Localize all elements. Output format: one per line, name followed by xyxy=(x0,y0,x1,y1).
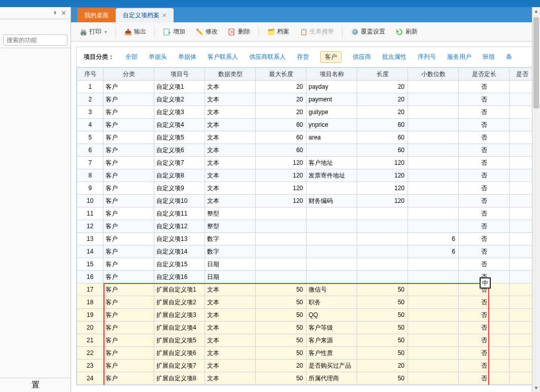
cell-max-length xyxy=(256,245,307,258)
vertical-scrollbar[interactable]: ▲ ▼ xyxy=(532,7,540,392)
tab-custom-items[interactable]: 自定义项档案 × xyxy=(116,8,174,22)
table-row[interactable]: 24客户扩展自定义项8文本50所属代理商50否 xyxy=(77,372,535,385)
archive-button[interactable]: 🗂️档案 xyxy=(263,25,293,39)
table-row[interactable]: 3客户自定义项3文本20guitype20否 xyxy=(77,106,535,119)
delete-button[interactable]: 删除 xyxy=(224,25,254,39)
cell-length: 20 xyxy=(357,360,408,372)
edit-button[interactable]: ✏️修改 xyxy=(191,25,222,39)
col-fixed-length[interactable]: 是否定长 xyxy=(459,68,510,81)
table-row[interactable]: 2客户自定义项2文本20payment20否 xyxy=(77,93,535,106)
refresh-button[interactable]: 刷新 xyxy=(391,25,422,39)
cell-item-no: 自定义项7 xyxy=(154,157,205,169)
cell-data-type: 日期 xyxy=(205,258,256,271)
table-row[interactable]: 12客户自定义项12整型否 xyxy=(77,220,535,233)
cell-category: 客户 xyxy=(104,220,154,233)
cell-fixed: 否 xyxy=(459,131,510,144)
cell-decimal xyxy=(408,322,459,334)
cell-decimal xyxy=(408,296,459,309)
cell-item-no: 扩展自定义项1 xyxy=(154,283,205,296)
cell-last xyxy=(510,360,535,372)
table-row[interactable]: 18客户扩展自定义项2文本50职务50否 xyxy=(77,296,535,309)
col-last[interactable]: 是否 xyxy=(510,68,535,81)
scroll-thumb[interactable] xyxy=(533,17,539,109)
table-row[interactable]: 6客户自定义项6文本6060否 xyxy=(77,144,535,157)
col-seq[interactable]: 序号 xyxy=(77,68,104,81)
table-row[interactable]: 1客户自定义项1文本20payday20否 xyxy=(77,81,535,93)
cell-item-no: 自定义项10 xyxy=(154,195,205,207)
table-row[interactable]: 11客户自定义项11整型否 xyxy=(77,207,535,220)
cell-max-length: 50 xyxy=(256,334,307,347)
col-length[interactable]: 长度 xyxy=(357,68,408,81)
table-row[interactable]: 17客户扩展自定义项1文本50微信号50否 xyxy=(77,283,535,296)
scroll-up-icon[interactable]: ▲ xyxy=(532,7,540,15)
printer-icon: 🖨️ xyxy=(79,28,87,36)
filter-team[interactable]: 班组 xyxy=(483,53,495,61)
table-row[interactable]: 7客户自定义项7文本120客户地址120否 xyxy=(77,157,535,169)
cell-data-type: 文本 xyxy=(205,119,256,131)
col-decimal[interactable]: 小数位数 xyxy=(408,68,459,81)
add-button[interactable]: +增加 xyxy=(159,25,189,39)
cell-fixed: 否 xyxy=(459,233,510,245)
col-category[interactable]: 分类 xyxy=(104,68,154,81)
table-row[interactable]: 8客户自定义项8文本120发票寄件地址120否 xyxy=(77,169,535,182)
cell-length: 120 xyxy=(357,157,408,169)
content-area: 我的桌面 自定义项档案 × 🖨️打印▾ 📤输出 +增加 ✏️修改 删除 🗂️档案… xyxy=(71,7,540,392)
filter-service-user[interactable]: 服务用户 xyxy=(447,53,471,61)
table-row[interactable]: 23客户扩展自定义项7文本20是否购买过产品20否 xyxy=(77,360,535,372)
cell-item-no: 自定义项1 xyxy=(154,81,205,93)
filter-supplier[interactable]: 供应商 xyxy=(353,53,371,61)
tab-label: 自定义项档案 xyxy=(123,11,159,20)
pin-icon[interactable] xyxy=(52,9,58,18)
cell-max-length: 20 xyxy=(256,93,307,106)
cell-item-name: QQ xyxy=(307,309,357,322)
table-row[interactable]: 13客户自定义项13数字6否 xyxy=(77,233,535,245)
cell-item-no: 扩展自定义项8 xyxy=(154,372,205,385)
filter-more[interactable]: 条 xyxy=(506,53,512,61)
table-row[interactable]: 15客户自定义项15日期否 xyxy=(77,258,535,271)
cell-max-length: 20 xyxy=(256,106,307,119)
filter-bill-header[interactable]: 单据头 xyxy=(149,53,167,61)
cell-data-type: 文本 xyxy=(205,182,256,195)
close-icon[interactable]: × xyxy=(162,12,166,19)
filter-inventory[interactable]: 存货 xyxy=(297,53,309,61)
print-button[interactable]: 🖨️打印▾ xyxy=(75,25,111,39)
filter-customer[interactable]: 客户 xyxy=(320,51,342,63)
cell-last xyxy=(510,106,535,119)
filter-customer-contact[interactable]: 客户联系人 xyxy=(208,53,238,61)
table-row[interactable]: 4客户自定义项4文本60ynprice60否 xyxy=(77,119,535,131)
cell-fixed: 否 xyxy=(459,372,510,385)
col-data-type[interactable]: 数据类型 xyxy=(205,68,256,81)
cell-seq: 22 xyxy=(77,347,104,360)
cell-item-no: 扩展自定义项5 xyxy=(154,334,205,347)
cell-length: 50 xyxy=(357,309,408,322)
cell-last xyxy=(510,131,535,144)
table-row[interactable]: 14客户自定义项14数字6否 xyxy=(77,245,535,258)
override-button[interactable]: ⚙️覆盖设置 xyxy=(347,25,389,39)
scroll-down-icon[interactable]: ▼ xyxy=(532,384,540,392)
col-item-name[interactable]: 项目名称 xyxy=(307,68,357,81)
tab-my-desktop[interactable]: 我的桌面 xyxy=(77,8,116,22)
table-row[interactable]: 16客户自定义项16日期否 xyxy=(77,271,535,283)
table-row[interactable]: 19客户扩展自定义项3文本50QQ50否 xyxy=(77,309,535,322)
sidebar-bottom-button[interactable]: 置 xyxy=(0,378,71,392)
cell-length: 120 xyxy=(357,169,408,182)
col-item-no[interactable]: 项目号 xyxy=(154,68,205,81)
table-row[interactable]: 21客户扩展自定义项5文本50客户来源50否 xyxy=(77,334,535,347)
cell-length: 120 xyxy=(357,182,408,195)
table-row[interactable]: 10客户自定义项10文本120财务编码120否 xyxy=(77,195,535,207)
filter-supplier-contact[interactable]: 供应商联系人 xyxy=(249,53,286,61)
col-max-length[interactable]: 最大长度 xyxy=(256,68,307,81)
search-input[interactable] xyxy=(3,34,68,46)
table-row[interactable]: 9客户自定义项9文本120120否 xyxy=(77,182,535,195)
table-row[interactable]: 5客户自定义项5文本60area60否 xyxy=(77,131,535,144)
cell-fixed: 否 xyxy=(459,220,510,233)
export-button[interactable]: 📤输出 xyxy=(120,25,150,39)
table-row[interactable]: 22客户扩展自定义项6文本50客户性质50否 xyxy=(77,347,535,360)
filter-batch[interactable]: 批次属性 xyxy=(382,53,407,61)
filter-bill-body[interactable]: 单据体 xyxy=(178,53,196,61)
close-icon[interactable] xyxy=(61,9,66,18)
cell-last xyxy=(510,157,535,169)
filter-all[interactable]: 全部 xyxy=(125,53,138,61)
filter-serial[interactable]: 序列号 xyxy=(418,53,436,61)
table-row[interactable]: 20客户扩展自定义项4文本50客户等级50否 xyxy=(77,322,535,334)
